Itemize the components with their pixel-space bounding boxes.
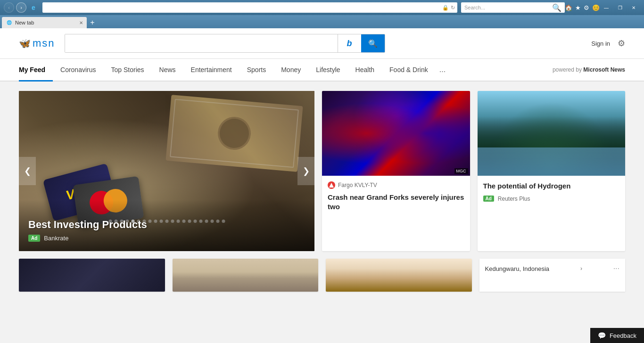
search-button[interactable]: 🔍: [361, 34, 385, 52]
feedback-label: Feedback: [610, 332, 636, 339]
msn-logo[interactable]: 🦋 msn: [19, 37, 55, 49]
side-card-2-body: The potential of Hydrogen Ad Reuters Plu…: [478, 176, 626, 208]
content-grid: VISA ❮ ❯: [19, 91, 625, 251]
toolbar-icons: 🏠 ★ ⚙ 😊: [565, 4, 600, 11]
featured-title: Best Investing Products: [28, 219, 305, 231]
tab-label: New tab: [15, 20, 34, 25]
window-controls[interactable]: — ❐ ✕: [600, 2, 640, 13]
nav-item-my-feed[interactable]: My Feed: [19, 59, 53, 82]
msn-search-input[interactable]: [65, 34, 338, 52]
bing-button[interactable]: b: [338, 34, 361, 52]
cards-image: [19, 259, 165, 292]
nav-more-button[interactable]: ...: [436, 59, 449, 81]
bottom-card-cards[interactable]: [19, 259, 165, 292]
nav-item-entertainment[interactable]: Entertainment: [183, 59, 239, 82]
card-2-title: The potential of Hydrogen: [483, 181, 620, 191]
settings-icon-browser[interactable]: ⚙: [584, 4, 589, 11]
address-icons: 🔒 ↻: [442, 5, 455, 11]
source-name: Fargo KVLY-TV: [338, 182, 377, 188]
nav-item-money[interactable]: Money: [273, 59, 308, 82]
new-tab-button[interactable]: +: [87, 17, 98, 28]
address-bar[interactable]: 🔒 ↻: [42, 2, 457, 13]
nav-item-top-stories[interactable]: Top Stories: [104, 59, 152, 82]
feedback-icon: 💬: [598, 332, 606, 339]
nav-item-food-drink[interactable]: Food & Drink: [382, 59, 436, 82]
bottom-grid: Kedungwaru, Indonesia › ···: [19, 259, 625, 292]
kedungwaru-card[interactable]: Kedungwaru, Indonesia › ···: [479, 259, 626, 292]
browser-titlebar: ‹ › e 🔒 ↻ Search... 🔍 🏠 ★ ⚙ 😊 — ❐ ✕: [0, 0, 644, 15]
nav-item-health[interactable]: Health: [348, 59, 382, 82]
police-lights: [322, 91, 470, 176]
search-icon: 🔍: [368, 39, 378, 48]
msn-nav: My Feed Coronavirus Top Stories News Ent…: [0, 59, 644, 82]
location-arrow[interactable]: ›: [580, 265, 582, 272]
back-button[interactable]: ‹: [4, 2, 14, 13]
tab-close-button[interactable]: ✕: [79, 20, 83, 25]
browser-search-bar[interactable]: Search... 🔍: [461, 2, 565, 13]
carousel-prev-button[interactable]: ❮: [19, 157, 36, 185]
norway-water: [478, 147, 626, 176]
side-card-police[interactable]: MGC Fargo KVLY-TV Crash near Grand Forks…: [322, 91, 470, 251]
msn-search-container: b 🔍: [65, 34, 385, 53]
bottom-card-blonde[interactable]: [326, 259, 472, 292]
forward-button[interactable]: ›: [16, 2, 26, 13]
card-1-title: Crash near Grand Forks severely injures …: [328, 193, 464, 211]
card-ad-row: Ad Reuters Plus: [483, 196, 620, 202]
msn-header: 🦋 msn b 🔍 Sign in ⚙: [0, 28, 644, 59]
featured-overlay: Best Investing Products Ad Bankrate: [19, 200, 314, 251]
featured-source: Bankrate: [44, 235, 68, 242]
browser-tabbar: 🌐 New tab ✕ +: [0, 15, 644, 28]
featured-footer: Ad Bankrate: [28, 235, 305, 242]
nav-item-news[interactable]: News: [152, 59, 183, 82]
bottom-card-elderly[interactable]: [173, 259, 319, 292]
msn-page: 🦋 msn b 🔍 Sign in ⚙ My Feed Coronavirus …: [0, 28, 644, 343]
nav-item-sports[interactable]: Sports: [239, 59, 273, 82]
minimize-button[interactable]: —: [600, 2, 613, 13]
featured-article[interactable]: VISA ❮ ❯: [19, 91, 314, 251]
carousel-next-button[interactable]: ❯: [297, 157, 314, 185]
header-right: Sign in ⚙: [591, 38, 625, 49]
close-button[interactable]: ✕: [627, 2, 640, 13]
police-image: MGC: [322, 91, 470, 176]
favorites-icon[interactable]: ★: [575, 4, 581, 11]
home-icon[interactable]: 🏠: [565, 4, 572, 11]
kedung-dots[interactable]: ···: [613, 264, 619, 273]
featured-ad-badge: Ad: [28, 235, 40, 242]
browser-search-placeholder: Search...: [464, 5, 550, 10]
settings-icon[interactable]: ⚙: [618, 38, 625, 49]
tab-favicon: 🌐: [6, 19, 12, 26]
location-name: Kedungwaru, Indonesia: [485, 265, 550, 272]
blonde-image: [326, 259, 472, 292]
nav-buttons[interactable]: ‹ › e: [4, 2, 39, 13]
location-row: Kedungwaru, Indonesia › ···: [485, 264, 620, 273]
msn-butterfly-icon: 🦋: [19, 38, 31, 49]
card-ad-source: Reuters Plus: [498, 196, 530, 202]
browser-search-icon: 🔍: [552, 3, 561, 12]
norway-image: [478, 91, 626, 176]
msn-logo-text: msn: [33, 37, 55, 49]
maximize-button[interactable]: ❐: [613, 2, 627, 13]
active-tab[interactable]: 🌐 New tab ✕: [2, 17, 87, 28]
side-card-1-body: Fargo KVLY-TV Crash near Grand Forks sev…: [322, 176, 470, 217]
powered-by: powered by Microsoft News: [553, 66, 625, 73]
image-credit-badge: MGC: [454, 168, 468, 174]
source-row: Fargo KVLY-TV: [328, 181, 464, 189]
side-card-hydrogen[interactable]: The potential of Hydrogen Ad Reuters Plu…: [478, 91, 626, 251]
card-ad-badge: Ad: [483, 196, 494, 202]
sign-in-button[interactable]: Sign in: [591, 40, 610, 47]
source-icon: [328, 181, 335, 189]
nav-item-coronavirus[interactable]: Coronavirus: [53, 59, 103, 82]
nav-item-lifestyle[interactable]: Lifestyle: [308, 59, 347, 82]
msn-content: VISA ❮ ❯: [0, 82, 644, 301]
feedback-bar[interactable]: 💬 Feedback: [590, 328, 644, 343]
ie-logo: e: [28, 2, 39, 13]
elderly-image: [173, 259, 319, 292]
emoji-icon: 😊: [592, 4, 600, 11]
